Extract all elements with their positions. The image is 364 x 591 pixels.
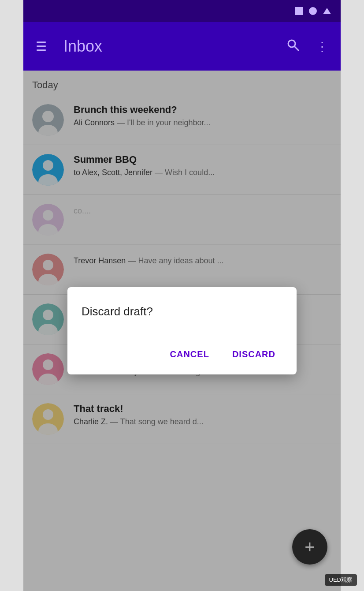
svg-rect-0 xyxy=(295,7,303,15)
discard-button[interactable]: DISCARD xyxy=(225,345,282,364)
dialog-title: Discard draft? xyxy=(82,305,282,318)
svg-point-1 xyxy=(309,7,317,15)
phone-frame: ☰ Inbox ⋮ Today Brunch this weekend? Al xyxy=(23,0,341,591)
status-bar xyxy=(23,0,341,22)
triangle-icon xyxy=(322,6,332,16)
search-button[interactable] xyxy=(282,34,304,59)
circle-icon xyxy=(308,6,318,16)
watermark: UED观察 xyxy=(325,574,357,586)
page-title: Inbox xyxy=(63,37,274,56)
svg-line-4 xyxy=(294,46,298,50)
dialog-overlay: Discard draft? CANCEL DISCARD xyxy=(23,71,341,591)
more-button[interactable]: ⋮ xyxy=(312,36,332,57)
discard-dialog: Discard draft? CANCEL DISCARD xyxy=(67,287,297,374)
dialog-actions: CANCEL DISCARD xyxy=(82,345,282,364)
menu-button[interactable]: ☰ xyxy=(32,36,50,57)
cancel-button[interactable]: CANCEL xyxy=(163,345,216,364)
app-container: ☰ Inbox ⋮ Today Brunch this weekend? Al xyxy=(0,0,364,591)
square-icon xyxy=(294,6,304,16)
svg-marker-2 xyxy=(323,8,331,14)
search-icon xyxy=(286,38,300,52)
content-area: Today Brunch this weekend? Ali Connors —… xyxy=(23,71,341,591)
app-bar: ☰ Inbox ⋮ xyxy=(23,22,341,71)
